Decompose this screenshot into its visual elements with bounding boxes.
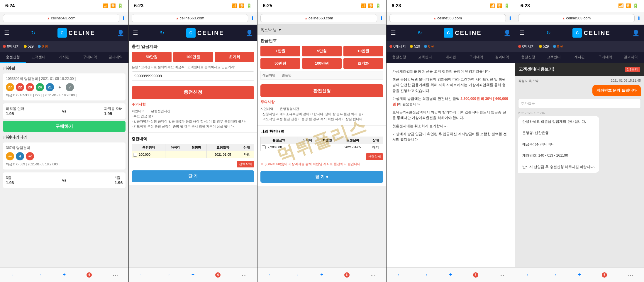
- back-btn-1[interactable]: ←: [11, 272, 16, 278]
- status-bar-1: 6:24 📶 🛜 🔋: [0, 0, 128, 12]
- user-icon-4[interactable]: 👤: [504, 29, 511, 36]
- tab-charge-1[interactable]: 충전신청: [0, 52, 26, 63]
- close-btn-2[interactable]: 닫 기: [132, 170, 254, 182]
- cs-header-bar-5: 고객센터(내용보기) 1:1문의: [515, 63, 644, 76]
- tab-result-5[interactable]: 결과내역: [618, 52, 644, 63]
- dots-btn-5[interactable]: ···: [628, 271, 633, 279]
- w-btn-reset[interactable]: 초기화: [343, 58, 383, 69]
- w-close-btn-3[interactable]: 닫 기 ●: [260, 171, 383, 183]
- refresh-icon-5[interactable]: ↻: [546, 30, 551, 36]
- add-btn-2[interactable]: +: [191, 272, 195, 278]
- w-btn-1[interactable]: 1만원: [260, 46, 300, 56]
- tab-board-4[interactable]: 게시판: [438, 52, 464, 63]
- buy-button-1[interactable]: 구매하기: [3, 121, 126, 132]
- back-btn-3[interactable]: ←: [268, 272, 273, 278]
- w-delete-btn-3[interactable]: 선택삭제: [366, 153, 383, 160]
- ball-2: 22: [16, 83, 24, 91]
- share-icon-1[interactable]: ⬆: [122, 15, 126, 21]
- ladder-next-draw-1: 다음회차 369 [ 2021-01-05 18:27:00 ]: [6, 162, 123, 167]
- w-btn-50[interactable]: 50만원: [260, 58, 300, 69]
- browser-url-5[interactable]: ▲ celine563.com: [518, 14, 635, 22]
- dots-btn-2[interactable]: ···: [242, 271, 247, 279]
- w-row-amount-3: 2,200,000: [261, 144, 297, 151]
- notice-row-1: 지연내역 은행점검시간: [132, 109, 254, 114]
- add-btn-5[interactable]: +: [578, 272, 581, 278]
- refresh-icon-1[interactable]: ↻: [31, 30, 35, 36]
- dots-btn-1[interactable]: ···: [113, 271, 118, 279]
- back-btn-5[interactable]: ←: [526, 272, 531, 278]
- notice-title-2: 주의사항: [132, 102, 254, 107]
- tab-purchase-1[interactable]: 구매내역: [77, 52, 103, 63]
- tab-count-4[interactable]: 6: [473, 272, 478, 278]
- dot-yellow-5: [539, 45, 542, 48]
- refresh-icon-2[interactable]: ↻: [160, 30, 164, 36]
- back-btn-2[interactable]: ←: [139, 272, 145, 278]
- add-btn-1[interactable]: +: [63, 272, 66, 278]
- notice-row-3: · 입금자명과 신청 금액이 입금내용과 동일 해야 함 (상이 할 경우 충전…: [132, 119, 254, 124]
- battery-icon-2: 🔋: [246, 3, 252, 9]
- hamburger-icon-2[interactable]: ☰: [133, 29, 138, 36]
- hamburger-icon-1[interactable]: ☰: [4, 29, 9, 36]
- w-checkbox-3[interactable]: [262, 145, 266, 149]
- add-btn-4[interactable]: +: [449, 272, 452, 278]
- user-icon-5[interactable]: 👤: [632, 29, 640, 36]
- user-icon-2[interactable]: 👤: [246, 29, 253, 36]
- history-row-2: 100,000 2021-01-05 완료: [132, 151, 254, 158]
- tab-count-2[interactable]: 6: [215, 272, 221, 278]
- forward-btn-4[interactable]: →: [423, 272, 428, 278]
- share-icon-4[interactable]: ⬆: [508, 15, 512, 21]
- browser-url-1[interactable]: ▲ celine563.com: [3, 14, 119, 22]
- hamburger-icon-5[interactable]: ☰: [519, 29, 525, 36]
- account-input-2[interactable]: [132, 71, 254, 81]
- share-icon-3[interactable]: ⬆: [379, 15, 383, 21]
- amount-50-2[interactable]: 50만원: [132, 52, 171, 62]
- hamburger-icon-4[interactable]: ☰: [391, 29, 396, 36]
- share-icon-5[interactable]: ⬆: [637, 15, 641, 21]
- browser-url-4[interactable]: ▲ celine563.com: [389, 14, 506, 22]
- tab-count-1[interactable]: 6: [87, 272, 92, 278]
- tab-purchase-5[interactable]: 구매내역: [592, 52, 618, 63]
- extra-question-input-5[interactable]: 추가질문: [518, 99, 641, 108]
- amount-100-2[interactable]: 100만원: [173, 52, 213, 62]
- forward-btn-3[interactable]: →: [294, 272, 299, 278]
- forward-btn-5[interactable]: →: [552, 272, 557, 278]
- tab-result-1[interactable]: 결과내역: [103, 52, 129, 63]
- w-btn-5[interactable]: 5만원: [302, 46, 342, 56]
- add-btn-3[interactable]: +: [320, 272, 323, 278]
- ball-4: 24: [36, 83, 44, 91]
- share-icon-2[interactable]: ⬆: [250, 15, 254, 21]
- dots-btn-3[interactable]: ···: [370, 271, 376, 279]
- checkbox-2[interactable]: [133, 153, 137, 157]
- tab-cs-1[interactable]: 고객센터: [26, 52, 52, 63]
- status-bar-5: 6:23 📶 🛜 🔋: [515, 0, 644, 12]
- dots-btn-4[interactable]: ···: [499, 271, 504, 279]
- browser-url-3[interactable]: ▲ celine563.com: [260, 14, 377, 22]
- tab-board-1[interactable]: 게시판: [51, 52, 77, 63]
- tab-charge-5[interactable]: 충전신청: [515, 52, 541, 63]
- back-btn-4[interactable]: ←: [397, 272, 402, 278]
- tab-cs-5[interactable]: 고객센터: [541, 52, 567, 63]
- w-btn-10[interactable]: 10만원: [343, 46, 383, 56]
- tab-cs-4[interactable]: 고객센터: [412, 52, 438, 63]
- refresh-icon-4[interactable]: ↻: [418, 30, 422, 36]
- lock-icon-2: ▲: [176, 16, 179, 20]
- w-btn-100[interactable]: 100만원: [302, 58, 342, 69]
- user-icon-1[interactable]: 👤: [117, 29, 124, 36]
- tab-count-3[interactable]: 6: [344, 272, 350, 278]
- delete-btn-2[interactable]: 선택삭제: [237, 161, 254, 167]
- charge-submit-btn-2[interactable]: 충전신청: [132, 86, 254, 99]
- panel-1: 6:24 📶 🛜 🔋 ▲ celine563.com ⬆ ☰ ↻ C CELIN…: [0, 0, 129, 282]
- amount-reset-2[interactable]: 초기화: [215, 52, 254, 62]
- tab-purchase-4[interactable]: 구매내역: [464, 52, 489, 63]
- tab-count-5[interactable]: 6: [602, 272, 607, 278]
- withdraw-submit-3[interactable]: 환전신청: [260, 84, 383, 97]
- notice-p6: 가상계좌 방금 입금이 확인된 후 입금하신 계좌방금비를 포함한 전액환 전 …: [392, 131, 509, 142]
- col-status-2: 상태: [239, 144, 254, 151]
- forward-btn-2[interactable]: →: [165, 272, 171, 278]
- tab-board-5[interactable]: 게시판: [567, 52, 592, 63]
- tab-charge-4[interactable]: 충전신청: [387, 52, 412, 63]
- ball-3: 20: [26, 83, 34, 91]
- browser-url-2[interactable]: ▲ celine563.com: [132, 14, 248, 22]
- forward-btn-1[interactable]: →: [37, 272, 42, 278]
- tab-result-4[interactable]: 결과내역: [489, 52, 515, 63]
